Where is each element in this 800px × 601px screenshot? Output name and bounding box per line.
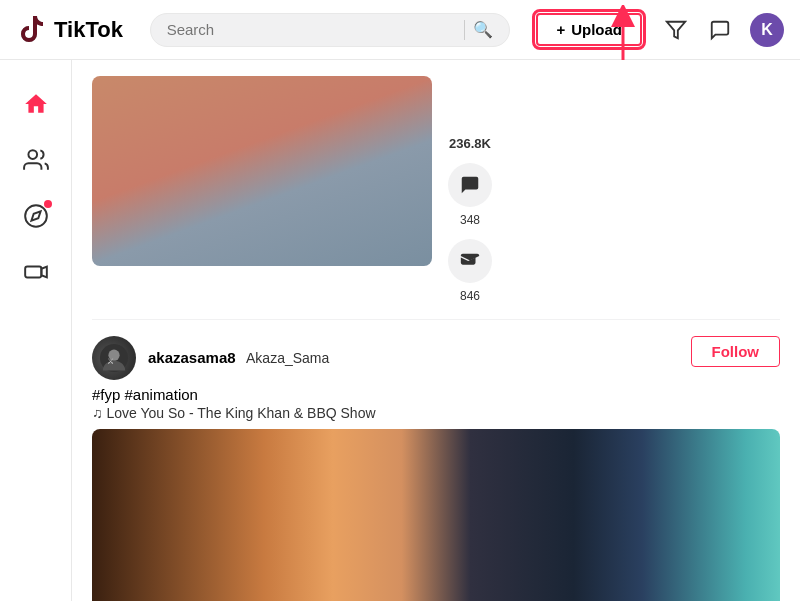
creator-handle-2: Akaza_Sama bbox=[246, 350, 329, 366]
music-note-icon: ♫ bbox=[92, 405, 103, 421]
logo-text: TikTok bbox=[54, 17, 123, 43]
logo-area: TikTok bbox=[16, 14, 123, 46]
svg-marker-6 bbox=[41, 267, 46, 278]
user-avatar[interactable]: K bbox=[750, 13, 784, 47]
share-button-1[interactable] bbox=[448, 239, 492, 283]
messages-icon[interactable] bbox=[706, 16, 734, 44]
upload-label: Upload bbox=[571, 21, 622, 38]
search-divider bbox=[464, 20, 465, 40]
svg-text:⚔: ⚔ bbox=[107, 356, 114, 366]
avatar-image-2: ⚔ bbox=[92, 336, 136, 380]
comment-button-1[interactable] bbox=[448, 163, 492, 207]
comment-count-1: 348 bbox=[460, 213, 480, 227]
search-submit-button[interactable]: 🔍 bbox=[473, 20, 493, 39]
follow-button-2[interactable]: Follow bbox=[691, 336, 781, 367]
main-content: 236.8K 348 846 bbox=[72, 60, 800, 601]
search-input[interactable] bbox=[167, 21, 456, 38]
svg-marker-1 bbox=[667, 21, 685, 38]
video-thumbnail-1[interactable] bbox=[92, 76, 432, 266]
video-feed: 236.8K 348 846 bbox=[76, 60, 796, 601]
creator-username-2[interactable]: akazasama8 bbox=[148, 349, 236, 366]
sidebar-item-explore[interactable] bbox=[12, 192, 60, 240]
svg-rect-5 bbox=[25, 267, 41, 278]
video-card-2: ⚔ akazasama8 Akaza_Sama Follow #fyp #ani… bbox=[92, 320, 780, 601]
tiktok-logo-icon bbox=[16, 14, 48, 46]
sidebar-item-home[interactable] bbox=[12, 80, 60, 128]
upload-plus-icon: + bbox=[556, 21, 565, 38]
svg-point-3 bbox=[25, 205, 47, 227]
creator-avatar-2[interactable]: ⚔ bbox=[92, 336, 136, 380]
sidebar-item-live[interactable] bbox=[12, 248, 60, 296]
video-thumbnail-2[interactable] bbox=[92, 429, 780, 601]
filter-icon[interactable] bbox=[662, 16, 690, 44]
svg-marker-4 bbox=[31, 211, 40, 220]
header-icons: K bbox=[662, 13, 784, 47]
card2-header: ⚔ akazasama8 Akaza_Sama Follow bbox=[92, 336, 780, 380]
video-thumbnail-wrap-1 bbox=[92, 76, 432, 303]
music-title-2: Love You So - The King Khan & BBQ Show bbox=[107, 405, 376, 421]
thumb-image-2 bbox=[92, 429, 780, 601]
upload-button[interactable]: + Upload bbox=[536, 13, 642, 46]
sidebar-item-friends[interactable] bbox=[12, 136, 60, 184]
header: TikTok 🔍 + Upload K bbox=[0, 0, 800, 60]
card2-info: akazasama8 Akaza_Sama bbox=[148, 349, 780, 367]
explore-notification-dot bbox=[44, 200, 52, 208]
video-description-2: #fyp #animation bbox=[92, 386, 780, 403]
video-card-1: 236.8K 348 846 bbox=[92, 60, 780, 320]
video-music-2: ♫ Love You So - The King Khan & BBQ Show bbox=[92, 405, 780, 421]
search-bar: 🔍 bbox=[150, 13, 510, 47]
share-count-1: 846 bbox=[460, 289, 480, 303]
sidebar bbox=[0, 60, 72, 601]
svg-point-2 bbox=[28, 150, 37, 159]
thumb-image-1 bbox=[92, 76, 432, 266]
likes-count-1: 236.8K bbox=[449, 136, 491, 151]
side-actions-1: 236.8K 348 846 bbox=[448, 76, 492, 303]
